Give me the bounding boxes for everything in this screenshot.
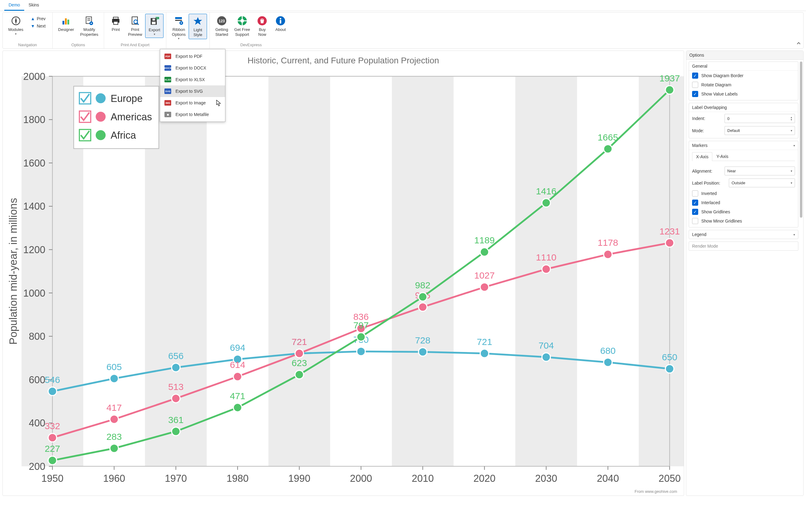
- prev-button[interactable]: ▲ Prev: [29, 15, 48, 22]
- svg-point-136: [419, 292, 427, 301]
- svg-text:728: 728: [415, 335, 430, 345]
- svg-text:2000: 2000: [350, 473, 372, 484]
- section-header-render-mode[interactable]: Render Mode: [689, 242, 798, 250]
- svg-point-25: [240, 19, 244, 23]
- svg-point-96: [542, 353, 550, 361]
- svg-text:694: 694: [230, 343, 245, 353]
- svg-rect-32: [268, 76, 331, 466]
- svg-point-144: [666, 86, 674, 94]
- svg-text:800: 800: [29, 331, 45, 342]
- svg-text:605: 605: [107, 362, 122, 372]
- ribbon-options-button[interactable]: Ribbon Options ▾: [169, 14, 189, 42]
- star-icon: [193, 16, 203, 26]
- svg-point-140: [542, 199, 550, 207]
- axis-tabs: X-Axis Y-Axis: [692, 152, 795, 161]
- getting-started-button[interactable]: 123 Getting Started: [212, 14, 231, 39]
- svg-rect-2: [65, 18, 67, 24]
- svg-text:1027: 1027: [474, 270, 495, 280]
- export-metafile-item[interactable]: ◼ Export to Metafile: [160, 109, 225, 120]
- checkbox-show-diagram-border[interactable]: [692, 73, 698, 79]
- svg-text:1110: 1110: [536, 252, 557, 263]
- svg-point-13: [134, 20, 137, 23]
- export-dropdown: PDF Export to PDF DOCX Export to DOCX XL…: [160, 49, 225, 122]
- section-header-label-overlapping[interactable]: Label Overlapping: [689, 103, 798, 112]
- tab-skins[interactable]: Skins: [24, 0, 43, 11]
- ribbon-group-style: Ribbon Options ▾ Light Style: [166, 13, 210, 49]
- svg-icon: SVG: [165, 89, 171, 94]
- svg-point-98: [604, 358, 612, 367]
- svg-text:546: 546: [45, 375, 60, 385]
- ribbon-group-navigation: Modules ▾ ▲ Prev ▼ Next Navigation: [3, 13, 53, 49]
- get-free-support-button[interactable]: Get Free Support: [231, 14, 253, 39]
- svg-text:2010: 2010: [412, 473, 434, 484]
- ribbon-group-print-export: Print Print Preview Export ▾ Print And E…: [104, 13, 166, 49]
- export-svg-item[interactable]: SVG Export to SVG: [160, 86, 225, 97]
- checkbox-show-gridlines[interactable]: [692, 209, 698, 215]
- svg-point-132: [295, 370, 303, 379]
- chevron-down-icon: ▾: [793, 233, 795, 236]
- designer-button[interactable]: Designer: [55, 14, 77, 34]
- modules-button[interactable]: Modules ▾: [5, 14, 26, 37]
- svg-text:471: 471: [230, 391, 245, 401]
- ribbon: Modules ▾ ▲ Prev ▼ Next Navigation: [2, 12, 804, 49]
- svg-text:1990: 1990: [288, 473, 310, 484]
- mode-select[interactable]: Default ▾: [725, 126, 795, 135]
- svg-text:1400: 1400: [23, 201, 45, 212]
- svg-text:1970: 1970: [165, 473, 187, 484]
- pdf-icon: PDF: [165, 54, 171, 59]
- export-image-item[interactable]: IMG Export to Image: [160, 97, 225, 109]
- tab-x-axis[interactable]: X-Axis: [692, 152, 712, 161]
- shopping-bag-icon: [257, 16, 267, 26]
- svg-text:1189: 1189: [474, 235, 495, 246]
- section-header-general[interactable]: General: [689, 62, 798, 71]
- tab-demo[interactable]: Demo: [4, 0, 24, 11]
- svg-text:1937: 1937: [659, 73, 680, 83]
- light-style-button[interactable]: Light Style: [189, 14, 207, 39]
- ribbon-group-label: Navigation: [5, 42, 50, 48]
- buy-now-button[interactable]: Buy Now: [253, 14, 271, 39]
- checkbox-show-minor-gridlines[interactable]: [692, 218, 698, 224]
- scrollbar-thumb[interactable]: [800, 61, 802, 217]
- svg-text:1600: 1600: [23, 158, 45, 169]
- alignment-select[interactable]: Near ▾: [725, 167, 795, 175]
- export-button[interactable]: Export ▾: [145, 14, 164, 38]
- svg-point-116: [480, 283, 489, 291]
- print-button[interactable]: Print: [107, 14, 125, 34]
- section-header-markers[interactable]: Markers ▾: [689, 141, 798, 150]
- export-xlsx-item[interactable]: XLSX Export to XLSX: [160, 74, 225, 86]
- compass-icon: [11, 16, 21, 26]
- triangle-down-icon: ▼: [31, 23, 35, 28]
- svg-text:361: 361: [168, 415, 184, 425]
- svg-point-154: [96, 130, 105, 140]
- svg-point-138: [480, 248, 489, 256]
- label-position-select[interactable]: Outside ▾: [729, 178, 795, 187]
- svg-rect-3: [68, 20, 69, 24]
- checkbox-inverted[interactable]: [692, 190, 698, 196]
- svg-point-100: [666, 365, 674, 373]
- chevron-down-icon: ▾: [791, 129, 792, 132]
- svg-rect-19: [175, 20, 182, 21]
- svg-text:721: 721: [292, 337, 307, 347]
- export-pdf-item[interactable]: PDF Export to PDF: [160, 51, 225, 62]
- svg-rect-9: [113, 17, 118, 19]
- section-header-legend[interactable]: Legend ▾: [689, 230, 798, 239]
- indent-stepper[interactable]: 0 ▴▾: [725, 114, 795, 123]
- checkbox-interlaced[interactable]: [692, 200, 698, 206]
- chevron-down-icon: ▾: [178, 37, 180, 40]
- modify-properties-button[interactable]: Modify Properties: [77, 14, 101, 39]
- export-docx-item[interactable]: DOCX Export to DOCX: [160, 62, 225, 74]
- svg-point-128: [171, 427, 180, 436]
- svg-point-92: [419, 348, 427, 356]
- print-preview-button[interactable]: Print Preview: [125, 14, 145, 39]
- svg-rect-17: [152, 19, 155, 20]
- stepper-arrows-icon: ▴▾: [791, 116, 792, 121]
- svg-point-126: [110, 444, 118, 453]
- checkbox-show-value-labels[interactable]: [692, 91, 698, 97]
- next-button[interactable]: ▼ Next: [29, 22, 48, 30]
- svg-rect-16: [152, 22, 155, 24]
- about-button[interactable]: About: [271, 14, 290, 34]
- svg-text:332: 332: [45, 421, 60, 431]
- tab-y-axis[interactable]: Y-Axis: [712, 152, 732, 161]
- ribbon-collapse-button[interactable]: [796, 41, 801, 46]
- checkbox-rotate-diagram[interactable]: [692, 82, 698, 88]
